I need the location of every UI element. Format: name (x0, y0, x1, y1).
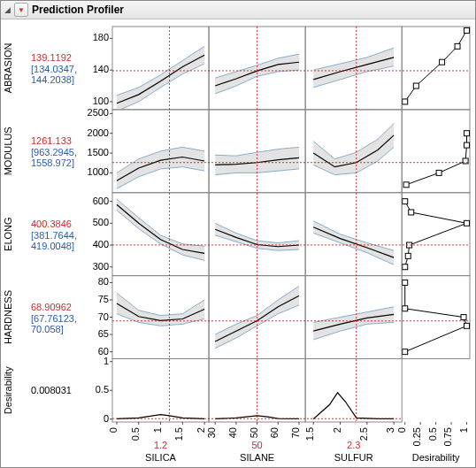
svg-rect-53 (464, 142, 470, 148)
pred-value: 139.1192 (31, 52, 72, 63)
factor-label: SILANE (240, 452, 274, 463)
svg-text:80: 80 (98, 276, 109, 287)
svg-rect-72 (403, 306, 408, 311)
desirability-label: Desirability (412, 452, 460, 463)
svg-rect-64 (403, 199, 408, 204)
response-label: HARDNESS (3, 290, 13, 344)
svg-text:2.5: 2.5 (358, 427, 369, 441)
svg-rect-43 (440, 59, 445, 65)
svg-rect-63 (409, 210, 414, 215)
svg-text:50: 50 (249, 427, 259, 438)
panel-title: Prediction Profiler (32, 4, 124, 16)
ci-value: 144.2038] (31, 74, 74, 85)
cell[interactable] (402, 193, 470, 276)
ci-value: 1558.972] (31, 157, 74, 168)
svg-rect-44 (455, 43, 460, 49)
svg-text:70: 70 (98, 311, 109, 322)
ci-value: 419.0048] (31, 241, 74, 251)
cell[interactable] (402, 276, 470, 359)
svg-rect-73 (403, 280, 408, 285)
svg-rect-59 (403, 265, 408, 270)
svg-text:300: 300 (93, 261, 109, 272)
cell[interactable] (112, 358, 209, 422)
ci-value: [67.76123, (31, 313, 77, 324)
svg-text:2: 2 (196, 427, 206, 433)
svg-text:0.5: 0.5 (130, 427, 141, 441)
svg-rect-51 (436, 170, 441, 175)
response-label: MODULUS (3, 127, 13, 175)
svg-text:65: 65 (98, 328, 109, 339)
svg-rect-69 (403, 349, 408, 355)
svg-text:40: 40 (227, 427, 238, 438)
svg-text:400: 400 (93, 239, 109, 249)
svg-text:0: 0 (396, 427, 407, 433)
ci-value: [134.0347, (31, 64, 77, 74)
svg-text:0.5: 0.5 (427, 427, 438, 441)
svg-text:1: 1 (152, 427, 163, 433)
pred-value: 400.3846 (31, 219, 72, 229)
svg-rect-70 (464, 323, 470, 328)
svg-text:2000: 2000 (88, 127, 109, 138)
svg-text:0: 0 (104, 413, 109, 424)
svg-text:500: 500 (93, 217, 109, 227)
svg-text:140: 140 (93, 64, 109, 74)
svg-text:600: 600 (93, 196, 109, 206)
red-triangle-menu[interactable]: ▼ (14, 3, 28, 17)
response-label: Desirability (3, 366, 13, 414)
svg-rect-50 (403, 182, 409, 188)
response-label: ELONG (3, 217, 13, 251)
ci-value: 70.058] (31, 324, 64, 334)
svg-rect-42 (413, 83, 418, 88)
factor-value[interactable]: 1.2 (154, 440, 167, 450)
svg-text:3: 3 (385, 427, 395, 433)
svg-rect-62 (464, 220, 470, 226)
ci-value: [381.7644, (31, 230, 77, 241)
pred-value: 1261.133 (31, 135, 72, 146)
svg-rect-41 (403, 99, 408, 104)
svg-text:1: 1 (104, 356, 109, 366)
svg-text:75: 75 (98, 294, 109, 304)
svg-text:0.5: 0.5 (96, 384, 109, 395)
svg-text:0.75: 0.75 (442, 427, 453, 446)
factor-value[interactable]: 50 (251, 440, 262, 450)
cell[interactable] (402, 110, 470, 193)
svg-rect-71 (461, 315, 466, 320)
svg-text:0.25: 0.25 (411, 427, 422, 446)
factor-value[interactable]: 2.3 (347, 440, 360, 450)
svg-text:2: 2 (332, 427, 342, 433)
svg-text:180: 180 (93, 32, 109, 42)
svg-rect-54 (464, 131, 470, 136)
ci-value: [963.2945, (31, 147, 77, 157)
svg-text:70: 70 (290, 427, 301, 438)
svg-rect-60 (405, 253, 411, 258)
svg-rect-45 (464, 27, 470, 33)
factor-label: SULFUR (334, 452, 373, 463)
svg-text:2500: 2500 (88, 107, 109, 118)
factor-label: SILICA (145, 452, 177, 463)
svg-text:1: 1 (458, 427, 469, 433)
svg-text:0: 0 (108, 427, 119, 433)
response-label: ABRASION (3, 42, 13, 93)
svg-text:30: 30 (206, 427, 217, 438)
pred-value: 68.90962 (31, 302, 72, 312)
disclosure-icon[interactable]: ◢ (4, 5, 11, 14)
svg-text:100: 100 (93, 96, 109, 106)
svg-text:1500: 1500 (88, 147, 109, 157)
profiler-body: 100140180ABRASION1000150020002500MODULUS… (1, 19, 475, 467)
desirability-value: 0.008031 (31, 385, 72, 395)
cell[interactable] (112, 193, 209, 276)
svg-text:1000: 1000 (88, 166, 109, 177)
svg-text:1.5: 1.5 (173, 427, 184, 441)
svg-text:1.5: 1.5 (304, 427, 315, 441)
svg-text:60: 60 (269, 427, 280, 438)
profiler-titlebar: ◢ ▼ Prediction Profiler (1, 1, 475, 19)
